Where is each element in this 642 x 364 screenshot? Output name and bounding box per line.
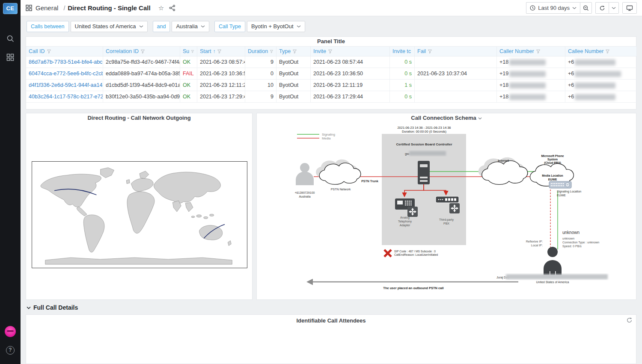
invite-to-cell: 1 s bbox=[390, 80, 415, 91]
dashboards-icon[interactable] bbox=[0, 48, 21, 67]
redacted-number bbox=[575, 71, 621, 77]
ata-label-1: Analog bbox=[400, 216, 410, 219]
success-cell: OK bbox=[180, 56, 197, 68]
callee-number-cell: +6 bbox=[565, 68, 637, 80]
and-label: and bbox=[153, 21, 170, 32]
filter-icon[interactable] bbox=[217, 49, 222, 54]
calls-table-panel: Panel Title Call ID Correlation ID Su St… bbox=[26, 36, 636, 109]
endpoint-title: unknown bbox=[562, 230, 580, 235]
monitor-icon bbox=[626, 5, 633, 11]
country-b-select[interactable]: Australia bbox=[172, 21, 209, 32]
star-icon[interactable]: ☆ bbox=[158, 4, 164, 12]
chevron-down-icon bbox=[612, 7, 616, 9]
call-id-link[interactable]: 60474cca-e772-5ee6-b4fc-c2cb... bbox=[29, 71, 103, 77]
continent-europe bbox=[131, 178, 153, 191]
user-avatar[interactable] bbox=[0, 322, 21, 341]
dashboard-app: CE ? General / Direct Routing - Single C… bbox=[0, 0, 642, 364]
call-connection-schema-panel: Call Connection Schema 2021-06-23 14:36 … bbox=[256, 113, 636, 300]
call-id-cell: 86d7a67b-7783-51e4-bfe4-abc... bbox=[26, 56, 103, 68]
filter-icon[interactable] bbox=[292, 49, 297, 54]
col-fail[interactable]: Fail bbox=[415, 46, 497, 56]
media-location-label-1: Media Location bbox=[542, 174, 563, 177]
col-invite-to[interactable]: Invite tc bbox=[390, 46, 415, 56]
caller-country: Australia bbox=[299, 195, 310, 198]
panel-title[interactable]: Call Connection Schema bbox=[257, 113, 636, 123]
success-cell: FAIL bbox=[180, 68, 197, 80]
table-row: 40b3c264-1c17-578c-b217-e72... b30f12e0-… bbox=[26, 91, 636, 103]
world-map[interactable] bbox=[32, 161, 247, 268]
time-range-picker[interactable]: Last 90 days bbox=[526, 2, 580, 14]
filter-icon[interactable] bbox=[328, 49, 333, 54]
col-start[interactable]: Start↑ bbox=[197, 46, 245, 56]
caller-number: +61390729100 bbox=[295, 191, 315, 194]
refresh-button[interactable] bbox=[595, 2, 609, 14]
sidebar: CE ? bbox=[0, 0, 21, 364]
pbx-label-1: Third-party bbox=[439, 218, 454, 222]
search-icon[interactable] bbox=[0, 29, 21, 48]
col-type[interactable]: Type bbox=[276, 46, 311, 56]
chevron-down-icon bbox=[572, 7, 577, 9]
table-row: 60474cca-e772-5ee6-b4fc-c2cb... edda0889… bbox=[26, 68, 636, 80]
call-direction-text: The user placed an outbound PSTN call bbox=[383, 286, 443, 290]
start-cell: 2021-06-23 12:11:20 bbox=[197, 80, 245, 91]
table-row: 86d7a67b-7783-51e4-bfe4-abc... 2c98a75e-… bbox=[26, 56, 636, 68]
call-connection-diagram: 2021-06-23 14:36 - 2021-06-23 14:36 Dura… bbox=[257, 123, 637, 300]
col-success[interactable]: Su bbox=[180, 46, 197, 56]
caller-person-icon bbox=[296, 163, 314, 185]
main-area: General / Direct Routing - Single Call ☆… bbox=[21, 0, 642, 364]
chevron-down-icon bbox=[27, 306, 31, 309]
call-id-link[interactable]: 40b3c264-1c17-578c-b217-e72... bbox=[29, 94, 103, 100]
col-callee-number[interactable]: Callee Number bbox=[565, 46, 637, 56]
filter-icon[interactable] bbox=[140, 49, 145, 54]
invite-cell: 2021-06-23 08:57:44 bbox=[311, 56, 390, 68]
country-a-select[interactable]: United States of America bbox=[71, 21, 148, 32]
col-invite[interactable]: Invite bbox=[311, 46, 390, 56]
refresh-icon bbox=[599, 5, 605, 11]
kiosk-mode-button[interactable] bbox=[622, 2, 637, 14]
ata-label-3: Adapter bbox=[400, 224, 410, 227]
filter-icon[interactable] bbox=[191, 49, 194, 54]
avatar bbox=[5, 326, 16, 337]
invite-to-cell: 0 s bbox=[390, 68, 415, 80]
zoom-out-time-button[interactable] bbox=[580, 2, 592, 14]
help-icon[interactable]: ? bbox=[0, 341, 21, 360]
call-id-link[interactable]: d4f1f336-2e6d-59c1-944f-aa14... bbox=[29, 82, 103, 88]
ata-label-2: Telephony bbox=[398, 220, 412, 223]
fail-cell: 2021-06-23 10:37:04 bbox=[415, 68, 497, 80]
refresh-interval-dropdown[interactable] bbox=[609, 2, 619, 14]
panel-title: Identifiable Call Attendees bbox=[26, 315, 636, 327]
col-duration[interactable]: Duration bbox=[245, 46, 276, 56]
call-type-select[interactable]: ByotIn + ByotOut bbox=[247, 21, 305, 32]
call-end-reason-line: CallEndReason: LocalUserInitiated bbox=[394, 253, 438, 256]
filter-icon[interactable] bbox=[47, 49, 51, 54]
time-range-label: Last 90 days bbox=[538, 5, 570, 11]
endpoint-line-2: Connection Type : unknown bbox=[562, 241, 599, 244]
breadcrumb-folder[interactable]: General bbox=[36, 4, 58, 12]
filter-icon[interactable] bbox=[605, 49, 610, 54]
col-correlation-id[interactable]: Correlation ID bbox=[103, 46, 180, 56]
filter-icon[interactable] bbox=[536, 49, 541, 54]
org-logo-text: CE bbox=[6, 5, 14, 12]
continent-north-america bbox=[41, 174, 101, 207]
pbx-label-2: PBX bbox=[443, 222, 449, 225]
call-id-link[interactable]: 86d7a67b-7783-51e4-bfe4-abc... bbox=[29, 59, 103, 65]
panel-refresh-button[interactable] bbox=[626, 317, 633, 325]
callee-country: United States of America bbox=[536, 281, 569, 284]
col-call-id[interactable]: Call ID bbox=[26, 46, 103, 56]
full-call-details-toggle[interactable]: Full Call Details bbox=[27, 304, 78, 311]
col-caller-number[interactable]: Caller Number bbox=[497, 46, 565, 56]
correlation-cell: edda0889-ba97-474a-b05a-385b... bbox=[103, 68, 180, 80]
legend-media-label: Media bbox=[322, 136, 331, 140]
dashboard-filters: Calls between United States of America a… bbox=[27, 21, 305, 32]
continent-africa bbox=[127, 192, 155, 233]
sbc-server-icon bbox=[418, 161, 430, 184]
caller-number-cell: +18 bbox=[497, 80, 565, 91]
correlation-cell: d1cbd5df-1f39-4a54-8dc9-e01a8... bbox=[103, 80, 180, 91]
share-icon[interactable] bbox=[169, 5, 175, 11]
sort-asc-icon: ↑ bbox=[213, 46, 215, 56]
filter-icon[interactable] bbox=[428, 49, 432, 54]
org-logo[interactable]: CE bbox=[3, 3, 18, 14]
invite-to-cell: 0 s bbox=[390, 91, 415, 103]
filter-icon[interactable] bbox=[270, 49, 273, 54]
call-id-cell: 60474cca-e772-5ee6-b4fc-c2cb... bbox=[26, 68, 103, 80]
